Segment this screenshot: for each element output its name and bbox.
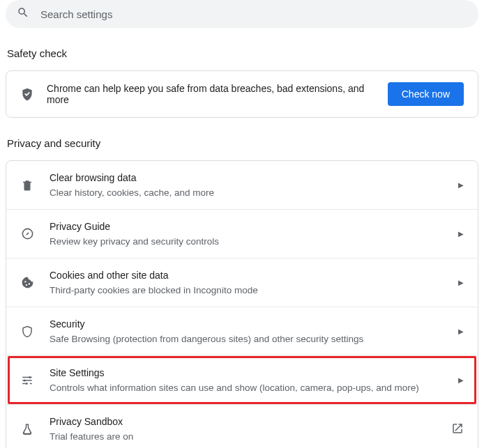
flask-icon (20, 423, 34, 435)
row-subtitle: Trial features are on (50, 430, 436, 443)
svg-point-2 (26, 383, 28, 385)
row-subtitle: Controls what information sites can use … (50, 381, 443, 394)
svg-marker-1 (26, 232, 29, 235)
search-bar[interactable] (6, 0, 478, 28)
row-site-settings[interactable]: Site Settings Controls what information … (6, 355, 478, 404)
row-subtitle: Review key privacy and security controls (50, 235, 443, 248)
row-clear-browsing-data[interactable]: Clear browsing data Clear history, cooki… (6, 161, 478, 209)
row-subtitle: Clear history, cookies, cache, and more (50, 186, 443, 199)
external-link-icon (451, 422, 464, 436)
row-security[interactable]: Security Safe Browsing (protection from … (6, 307, 478, 355)
row-privacy-sandbox[interactable]: Privacy Sandbox Trial features are on (6, 404, 478, 448)
svg-point-3 (29, 376, 31, 378)
compass-icon (20, 227, 34, 240)
chevron-right-icon: ▶ (458, 279, 464, 286)
row-title: Cookies and other site data (50, 268, 443, 282)
section-title-privacy: Privacy and security (7, 137, 478, 149)
privacy-card: Clear browsing data Clear history, cooki… (6, 160, 478, 448)
cookie-icon (20, 276, 34, 289)
tune-icon (20, 374, 34, 387)
shield-icon (20, 325, 34, 338)
row-title: Security (50, 317, 443, 331)
check-now-button[interactable]: Check now (388, 82, 464, 106)
row-title: Site Settings (50, 366, 443, 380)
row-title: Privacy Sandbox (50, 415, 436, 428)
row-privacy-guide[interactable]: Privacy Guide Review key privacy and sec… (6, 209, 478, 258)
search-icon (17, 6, 29, 22)
row-cookies[interactable]: Cookies and other site data Third-party … (6, 258, 478, 307)
chevron-right-icon: ▶ (458, 230, 464, 238)
safety-check-text: Chrome can help keep you safe from data … (47, 83, 375, 105)
row-subtitle: Safe Browsing (protection from dangerous… (50, 332, 443, 346)
safety-check-card: Chrome can help keep you safe from data … (6, 70, 478, 118)
section-title-safety: Safety check (7, 47, 478, 59)
row-title: Clear browsing data (50, 171, 443, 185)
trash-icon (20, 179, 34, 192)
chevron-right-icon: ▶ (458, 376, 464, 384)
safety-check-row: Chrome can help keep you safe from data … (6, 71, 478, 117)
chevron-right-icon: ▶ (458, 181, 464, 189)
row-title: Privacy Guide (50, 219, 443, 233)
shield-check-icon (20, 87, 34, 101)
search-input[interactable] (39, 8, 467, 21)
chevron-right-icon: ▶ (458, 327, 464, 335)
row-subtitle: Third-party cookies are blocked in Incog… (50, 284, 443, 297)
svg-point-4 (24, 379, 26, 381)
